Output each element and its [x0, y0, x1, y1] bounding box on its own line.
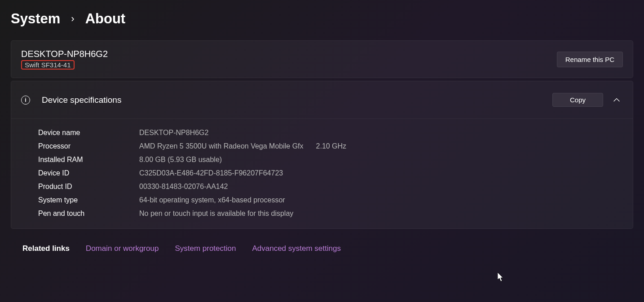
spec-value: C325D03A-E486-42FD-8185-F96207F64723 [139, 169, 283, 177]
spec-row-device-id: Device ID C325D03A-E486-42FD-8185-F96207… [38, 169, 623, 177]
device-specs-title: Device specifications [42, 95, 541, 105]
spec-value: DESKTOP-NP8H6G2 [139, 129, 208, 137]
spec-row-system-type: System type 64-bit operating system, x64… [38, 196, 623, 204]
spec-label: Pen and touch [38, 210, 139, 218]
pc-name-card: DESKTOP-NP8H6G2 Swift SF314-41 Rename th… [11, 40, 633, 78]
spec-row-product-id: Product ID 00330-81483-02076-AA142 [38, 183, 623, 191]
device-specs-body: Device name DESKTOP-NP8H6G2 Processor AM… [11, 118, 633, 228]
cursor-icon [498, 272, 505, 284]
chevron-up-icon[interactable] [610, 94, 623, 106]
rename-pc-button[interactable]: Rename this PC [557, 52, 623, 67]
device-specs-card: i Device specifications Copy Device name… [11, 81, 633, 229]
info-icon: i [21, 96, 30, 105]
spec-label: Installed RAM [38, 156, 139, 164]
breadcrumb: System › About [0, 0, 644, 32]
spec-label: Device name [38, 129, 139, 137]
spec-row-pen-touch: Pen and touch No pen or touch input is a… [38, 210, 623, 218]
link-domain-workgroup[interactable]: Domain or workgroup [86, 244, 159, 253]
spec-value: AMD Ryzen 5 3500U with Radeon Vega Mobil… [139, 142, 304, 150]
spec-label: Processor [38, 142, 139, 150]
copy-button[interactable]: Copy [552, 93, 603, 107]
spec-value: 00330-81483-02076-AA142 [139, 183, 228, 191]
spec-value: No pen or touch input is available for t… [139, 210, 293, 218]
related-links: Related links Domain or workgroup System… [11, 232, 633, 253]
spec-value-extra: 2.10 GHz [316, 142, 347, 150]
spec-label: System type [38, 196, 139, 204]
chevron-right-icon: › [71, 13, 74, 25]
link-system-protection[interactable]: System protection [175, 244, 236, 253]
pc-name: DESKTOP-NP8H6G2 [21, 49, 108, 59]
breadcrumb-parent[interactable]: System [11, 11, 60, 27]
spec-label: Device ID [38, 169, 139, 177]
pc-info: DESKTOP-NP8H6G2 Swift SF314-41 [21, 49, 108, 70]
spec-row-processor: Processor AMD Ryzen 5 3500U with Radeon … [38, 142, 623, 150]
breadcrumb-current: About [85, 11, 126, 27]
spec-row-ram: Installed RAM 8.00 GB (5.93 GB usable) [38, 156, 623, 164]
spec-value: 64-bit operating system, x64-based proce… [139, 196, 285, 204]
spec-label: Product ID [38, 183, 139, 191]
link-advanced-settings[interactable]: Advanced system settings [252, 244, 340, 253]
spec-row-device-name: Device name DESKTOP-NP8H6G2 [38, 129, 623, 137]
device-specs-header[interactable]: i Device specifications Copy [11, 81, 633, 118]
pc-model-highlighted: Swift SF314-41 [21, 60, 75, 70]
spec-value: 8.00 GB (5.93 GB usable) [139, 156, 222, 164]
related-links-title: Related links [22, 244, 70, 253]
